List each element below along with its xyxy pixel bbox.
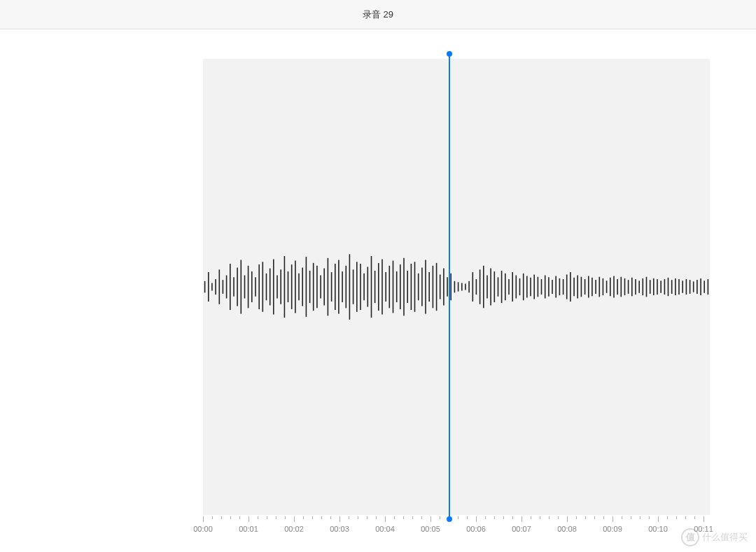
tick-label: 00:09 [603,525,622,533]
tick-mark-minor [512,516,513,519]
tick-mark [340,516,340,522]
tick-mark-minor [585,516,586,519]
tick-mark-minor [485,516,486,519]
tick-mark-minor [349,516,349,519]
timeline-minor-tick [494,516,495,519]
timeline-minor-tick [394,516,395,519]
tick-mark-minor [576,516,577,519]
tick-mark-minor [230,516,231,519]
tick-mark-minor [549,516,550,519]
tick-mark [522,516,522,522]
playhead[interactable] [449,54,450,519]
timeline-minor-tick [412,516,413,519]
tick-mark-minor [394,516,395,519]
timeline-tick: 00:00 [203,516,204,522]
tick-mark-minor [594,516,595,519]
tick-mark-minor [212,516,213,519]
timeline-tick: 00:04 [385,516,386,522]
timeline-minor-tick [276,516,276,519]
tick-mark-minor [358,516,358,519]
tick-mark [203,516,204,522]
tick-mark-minor [631,516,631,519]
tick-label: 00:02 [284,525,304,533]
timeline-minor-tick [239,516,240,519]
timeline-minor-tick [230,516,231,519]
timeline-minor-tick [685,516,686,519]
tick-mark-minor [267,516,267,519]
tick-label: 00:05 [421,525,440,533]
workspace: 00:0000:0100:0200:0300:0400:0500:0600:07… [0,29,756,552]
timeline-minor-tick [221,516,222,519]
tick-mark-minor [276,516,276,519]
tick-mark-minor [694,516,695,519]
recording-title: 录音 29 [363,8,393,21]
timeline[interactable]: 00:0000:0100:0200:0300:0400:0500:0600:07… [203,516,756,537]
timeline-minor-tick [440,516,440,519]
timeline-minor-tick [576,516,577,519]
timeline-tick: 00:09 [612,516,613,522]
tick-mark-minor [412,516,413,519]
timeline-minor-tick [376,516,377,519]
tick-mark [612,516,613,522]
tick-mark-minor [285,516,286,519]
timeline-tick: 00:03 [340,516,340,522]
tick-label: 00:01 [239,525,258,533]
timeline-minor-tick [458,516,458,519]
tick-mark-minor [403,516,404,519]
tick-mark-minor [667,516,668,519]
timeline-minor-tick [594,516,595,519]
tick-mark-minor [622,516,622,519]
tick-mark-minor [303,516,304,519]
tick-mark [430,516,431,522]
tick-mark-minor [321,516,322,519]
timeline-minor-tick [321,516,322,519]
tick-mark-minor [603,516,604,519]
timeline-minor-tick [312,516,313,519]
timeline-minor-tick [485,516,486,519]
tick-mark-minor [640,516,640,519]
watermark-label: 什么值得买 [702,531,748,544]
timeline-minor-tick [531,516,531,519]
tick-mark-minor [685,516,686,519]
timeline-tick: 00:08 [567,516,568,522]
tick-mark-minor [531,516,531,519]
timeline-minor-tick [358,516,358,519]
timeline-minor-tick [303,516,304,519]
tick-container: 00:0000:0100:0200:0300:0400:0500:0600:07… [203,516,756,537]
tick-mark-minor [312,516,313,519]
timeline-minor-tick [640,516,640,519]
tick-mark-minor [330,516,331,519]
timeline-minor-tick [258,516,258,519]
tick-mark-minor [558,516,559,519]
timeline-minor-tick [403,516,404,519]
tick-label: 00:10 [648,525,668,533]
timeline-minor-tick [467,516,468,519]
timeline-minor-tick [212,516,213,519]
tick-mark-minor [421,516,422,519]
watermark-icon: 值 [681,528,699,546]
tick-mark-minor [467,516,468,519]
tick-mark-minor [540,516,540,519]
tick-mark-minor [458,516,458,519]
tick-mark [476,516,477,522]
tick-label: 00:07 [512,525,531,533]
timeline-minor-tick [512,516,513,519]
tick-label: 00:00 [193,525,213,533]
tick-mark [248,516,249,522]
watermark: 值 什么值得买 [681,528,748,546]
timeline-minor-tick [622,516,622,519]
timeline-minor-tick [549,516,550,519]
waveform-container[interactable] [203,59,710,515]
tick-label: 00:03 [330,525,349,533]
timeline-tick: 00:02 [294,516,295,522]
tick-mark [294,516,295,522]
tick-mark-minor [503,516,504,519]
timeline-minor-tick [649,516,650,519]
tick-mark [704,516,704,522]
tick-label: 00:04 [375,525,395,533]
timeline-tick: 00:11 [704,516,704,522]
timeline-tick: 00:07 [522,516,522,522]
tick-mark-minor [649,516,650,519]
timeline-tick: 00:05 [430,516,431,522]
tick-mark [567,516,568,522]
